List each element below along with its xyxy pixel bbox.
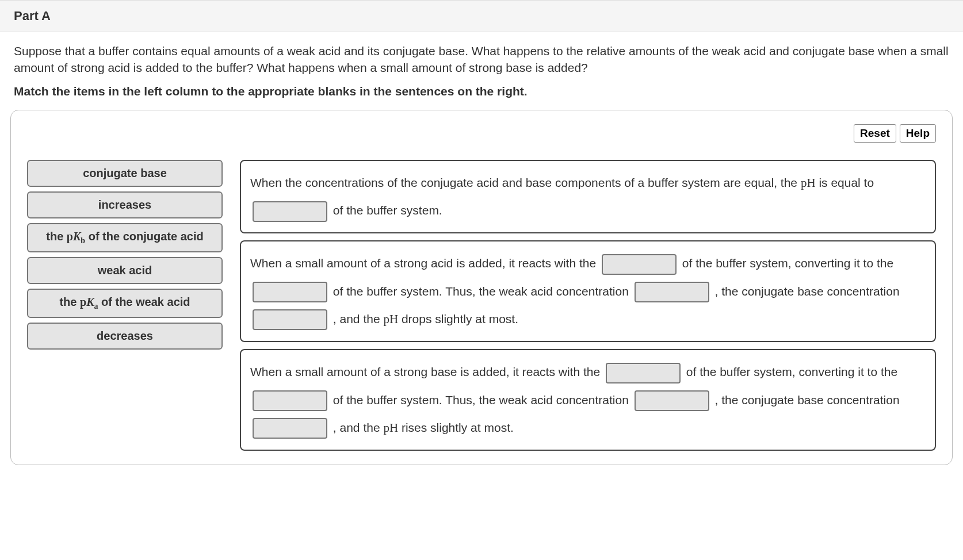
blank-s2-4[interactable]	[253, 309, 327, 330]
s1-ph: pH	[801, 176, 816, 190]
blank-s3-1[interactable]	[606, 363, 681, 383]
s3-text-4: , the conjugate base concentration	[712, 393, 900, 406]
s3-text-2: of the buffer system, converting it to t…	[683, 365, 897, 378]
blank-s2-2[interactable]	[253, 282, 327, 302]
s2-text-4: , the conjugate base concentration	[712, 285, 900, 298]
s1-text-1: When the concentrations of the conjugate…	[250, 176, 801, 189]
s3-text-5: , and the	[330, 421, 383, 434]
s2-text-1: When a small amount of a strong acid is …	[250, 256, 599, 270]
question-area: Suppose that a buffer contains equal amo…	[0, 32, 963, 110]
sentence-column: When the concentrations of the conjugate…	[240, 160, 936, 451]
label-k: K	[86, 296, 94, 308]
s3-text-3: of the buffer system. Thus, the weak aci…	[330, 393, 632, 406]
s1-text-2: is equal to	[816, 176, 874, 189]
s2-text-6: drops slightly at most.	[398, 312, 518, 325]
workspace: Reset Help conjugate base increases the …	[10, 110, 953, 465]
drag-item-decreases[interactable]: decreases	[27, 323, 223, 350]
s2-text-2: of the buffer system, converting it to t…	[679, 256, 893, 270]
help-button[interactable]: Help	[900, 124, 936, 143]
blank-s3-2[interactable]	[253, 390, 327, 411]
control-buttons: Reset Help	[27, 124, 936, 143]
part-title: Part A	[14, 9, 949, 24]
s2-text-5: , and the	[330, 312, 383, 325]
label-b-sub: b	[81, 236, 85, 245]
reset-button[interactable]: Reset	[854, 124, 896, 143]
label-the: the	[46, 230, 67, 243]
s1-text-3: of the buffer system.	[330, 204, 442, 217]
s2-text-3: of the buffer system. Thus, the weak aci…	[330, 285, 632, 298]
drag-source-column: conjugate base increases the pKb of the …	[27, 160, 223, 451]
label-p: p	[80, 296, 86, 308]
blank-s2-1[interactable]	[602, 254, 677, 275]
drag-item-pkb[interactable]: the pKb of the conjugate acid	[27, 223, 223, 252]
s2-ph: pH	[383, 312, 398, 326]
sentence-1: When the concentrations of the conjugate…	[240, 160, 936, 234]
part-header: Part A	[0, 0, 963, 32]
s3-text-6: rises slightly at most.	[398, 421, 514, 434]
s3-ph: pH	[383, 421, 398, 435]
label-k: K	[73, 230, 81, 243]
label-the: the	[59, 296, 80, 308]
label-pka-suffix: of the weak acid	[98, 296, 190, 308]
question-prompt: Suppose that a buffer contains equal amo…	[14, 43, 949, 76]
sentence-2: When a small amount of a strong acid is …	[240, 240, 936, 342]
drag-item-increases[interactable]: increases	[27, 191, 223, 218]
blank-s3-4[interactable]	[253, 418, 327, 439]
label-pkb-suffix: of the conjugate acid	[85, 230, 204, 243]
columns: conjugate base increases the pKb of the …	[27, 160, 936, 451]
sentence-3: When a small amount of a strong base is …	[240, 349, 936, 451]
question-instruction: Match the items in the left column to th…	[14, 85, 949, 98]
drag-item-weak-acid[interactable]: weak acid	[27, 257, 223, 284]
blank-s3-3[interactable]	[635, 390, 709, 411]
label-p: p	[67, 230, 73, 243]
drag-item-pka[interactable]: the pKa of the weak acid	[27, 289, 223, 318]
blank-s2-3[interactable]	[635, 282, 709, 302]
s3-text-1: When a small amount of a strong base is …	[250, 365, 603, 378]
blank-s1-1[interactable]	[253, 201, 327, 222]
drag-item-conjugate-base[interactable]: conjugate base	[27, 160, 223, 187]
